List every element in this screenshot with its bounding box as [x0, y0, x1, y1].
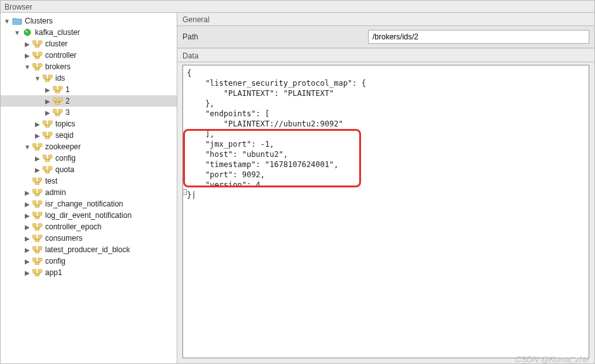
chevron-right-icon[interactable]: ▶: [34, 120, 41, 128]
tree-node-label: 2: [64, 97, 70, 105]
chevron-right-icon[interactable]: ▶: [24, 269, 31, 276]
tree-node-cluster[interactable]: ▶ cluster: [1, 38, 177, 50]
tree-node-1[interactable]: ▶ 1: [1, 84, 177, 95]
tree-node-ids[interactable]: ▼ ids: [1, 72, 177, 84]
tree-node-seqid[interactable]: ▶ seqid: [1, 130, 177, 141]
tree-node-label: seqid: [54, 131, 74, 140]
green-dot-icon: [22, 28, 32, 37]
chevron-right-icon[interactable]: ▶: [34, 131, 41, 139]
path-input[interactable]: [368, 30, 589, 44]
svg-rect-63: [38, 269, 42, 273]
svg-rect-29: [32, 144, 36, 147]
chevron-right-icon[interactable]: ▶: [44, 97, 51, 105]
chevron-down-icon[interactable]: ▼: [24, 143, 31, 151]
chevron-right-icon[interactable]: ▶: [24, 200, 31, 208]
svg-rect-9: [38, 64, 42, 67]
chevron-down-icon[interactable]: ▼: [34, 74, 41, 82]
svg-rect-42: [38, 189, 42, 192]
svg-rect-48: [38, 212, 42, 215]
znode-icon: [32, 62, 43, 71]
znode-icon: [32, 222, 43, 231]
chevron-right-icon[interactable]: ▶: [24, 51, 31, 59]
tree-node-log-dir-event-notification[interactable]: ▶ log_dir_event_notification: [1, 210, 177, 221]
tree-node-config[interactable]: ▶ config: [1, 152, 177, 164]
svg-rect-33: [48, 155, 52, 158]
tree-node-quota[interactable]: ▶ quota: [1, 164, 177, 175]
chevron-down-icon[interactable]: ▼: [13, 29, 21, 36]
chevron-right-icon[interactable]: ▶: [24, 212, 31, 219]
znode-icon: [43, 119, 53, 128]
panel-title: Browser: [1, 1, 594, 13]
tree-node-zookeeper[interactable]: ▼ zookeeper: [1, 141, 177, 152]
svg-rect-36: [48, 166, 52, 170]
tree-node-label: latest_producer_id_block: [44, 245, 130, 254]
svg-rect-17: [53, 98, 57, 101]
chevron-right-icon[interactable]: ▶: [24, 234, 31, 242]
detail-panel: General Path Data { "listener_security_p…: [177, 13, 594, 363]
tree-node-clusters[interactable]: ▼ Clusters: [1, 15, 177, 27]
tree-node-label: quota: [54, 165, 74, 174]
svg-rect-32: [43, 155, 46, 158]
svg-rect-30: [38, 144, 42, 147]
tree-node-2[interactable]: ▶ 2: [1, 95, 177, 107]
tree-node-admin[interactable]: ▶ admin: [1, 187, 177, 198]
znode-icon: [32, 51, 43, 60]
tree-node-label: consumers: [44, 234, 83, 243]
tree-panel: ▼ Clusters▼ kafka_cluster▶ cluster▶ cont…: [1, 13, 177, 363]
tree-node-kafka-cluster[interactable]: ▼ kafka_cluster: [1, 27, 177, 38]
tree-node-controller[interactable]: ▶ controller: [1, 50, 177, 61]
chevron-right-icon[interactable]: ▶: [24, 246, 31, 253]
data-section-label: Data: [177, 48, 594, 62]
svg-rect-2: [32, 41, 36, 44]
tree-node-isr-change-notification[interactable]: ▶ isr_change_notification: [1, 198, 177, 210]
tree-node-label: admin: [44, 188, 66, 197]
data-textarea[interactable]: { "listener_security_protocol_map": { "P…: [182, 65, 589, 358]
tree-node-label: 3: [64, 108, 70, 117]
fold-minus-icon[interactable]: -: [182, 189, 187, 195]
svg-rect-8: [32, 64, 36, 67]
chevron-right-icon[interactable]: ▶: [24, 189, 31, 196]
svg-point-0: [24, 29, 31, 36]
tree-node-topics[interactable]: ▶ topics: [1, 118, 177, 130]
svg-rect-15: [58, 86, 62, 90]
chevron-right-icon[interactable]: ▶: [34, 166, 41, 173]
tree-node-brokers[interactable]: ▼ brokers: [1, 61, 177, 72]
svg-rect-45: [38, 201, 42, 204]
chevron-right-icon[interactable]: ▶: [24, 223, 31, 231]
tree-node-label: kafka_cluster: [34, 28, 80, 37]
tree-node-app1[interactable]: ▶ app1: [1, 267, 177, 278]
znode-icon: [32, 39, 43, 48]
tree-node-label: test: [44, 177, 57, 185]
tree-node-label: cluster: [44, 39, 67, 48]
svg-rect-39: [38, 178, 42, 181]
chevron-right-icon[interactable]: ▶: [44, 109, 51, 116]
tree-node-label: isr_change_notification: [44, 199, 123, 208]
chevron-down-icon[interactable]: ▼: [3, 17, 11, 25]
chevron-down-icon[interactable]: ▼: [24, 63, 31, 71]
tree-node-label: app1: [44, 268, 62, 277]
znode-icon: [32, 142, 43, 151]
tree-node-3[interactable]: ▶ 3: [1, 107, 177, 118]
svg-rect-62: [32, 269, 36, 273]
tree-node-config[interactable]: ▶ config: [1, 255, 177, 267]
tree-node-label: topics: [54, 119, 75, 128]
tree-node-controller-epoch[interactable]: ▶ controller_epoch: [1, 221, 177, 233]
znode-icon: [53, 85, 63, 94]
chevron-right-icon[interactable]: ▶: [24, 40, 31, 48]
svg-rect-38: [32, 178, 36, 181]
tree-node-test[interactable]: test: [1, 175, 177, 187]
znode-icon: [32, 257, 43, 266]
chevron-right-icon[interactable]: ▶: [34, 154, 41, 162]
chevron-right-icon[interactable]: ▶: [44, 86, 51, 93]
tree-node-label: 1: [64, 85, 70, 94]
znode-icon: [32, 268, 43, 277]
data-content: { "listener_security_protocol_map": { "P…: [187, 69, 366, 199]
tree-node-label: controller: [44, 51, 76, 60]
tree-node-consumers[interactable]: ▶ consumers: [1, 233, 177, 244]
znode-icon: [53, 97, 63, 105]
svg-rect-3: [38, 41, 42, 44]
svg-rect-60: [38, 258, 42, 261]
chevron-right-icon[interactable]: ▶: [24, 257, 31, 265]
tree-node-latest-producer-id-block[interactable]: ▶ latest_producer_id_block: [1, 244, 177, 255]
svg-rect-53: [32, 235, 36, 238]
